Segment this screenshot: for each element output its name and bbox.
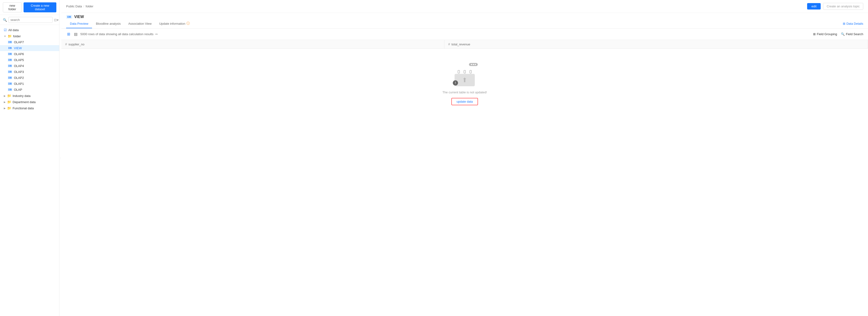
tree-folder-industry[interactable]: ▶ 📁 Industry data — [0, 93, 59, 99]
grid-view-button[interactable]: ⊞ — [66, 31, 71, 37]
tab-association-label: Association View — [128, 22, 152, 26]
tree-db-VIEW[interactable]: DB VIEW — [0, 45, 59, 51]
db-badge-icon: DB — [8, 46, 12, 50]
empty-state: ⬆ ! The current table is not updated! up… — [61, 49, 868, 119]
column-header-supplier-no[interactable]: # supplier_no — [61, 40, 444, 49]
main-content: Public Data / folder edit Create an anal… — [61, 0, 868, 316]
folder-label: Industry data — [12, 94, 30, 98]
field-grouping-button[interactable]: ⊞ Field Grouping — [813, 32, 837, 36]
edit-button[interactable]: edit — [807, 3, 821, 9]
tree-db-OLAP6[interactable]: DB OLAP6 — [0, 51, 59, 57]
db-label: OLAP1 — [14, 82, 24, 85]
db-badge-icon: DB — [8, 70, 12, 73]
tree-area: ☑ All data ▼ 📁 folder DB OLAP7 DB VIEW D… — [0, 25, 59, 316]
tab-update-information[interactable]: Update information ⓘ — [155, 19, 193, 29]
tree-db-OLAP3[interactable]: DB OLAP3 — [0, 69, 59, 75]
db-label: OLAP7 — [14, 40, 24, 44]
tree-folder-folder[interactable]: ▼ 📁 folder — [0, 33, 59, 39]
rows-info: 5000 rows of data showing all data calcu… — [81, 32, 153, 36]
speech-dot — [475, 64, 476, 65]
sidebar: new folder Create a new dataset 🔍 ⊡▾ ☑ A… — [0, 0, 59, 316]
breadcrumb-folder[interactable]: folder — [86, 4, 93, 8]
header-actions: edit Create an analysis topic — [807, 3, 863, 10]
tab-data-preview[interactable]: Data Preview — [66, 20, 92, 28]
empty-illustration: ⬆ ! — [451, 63, 479, 87]
db-badge-icon: DB — [8, 76, 12, 79]
speech-bubble — [469, 63, 478, 66]
hash-icon: # — [65, 42, 67, 46]
edit-pencil-icon[interactable]: ✏ — [155, 32, 158, 36]
tree-db-OLAP4[interactable]: DB OLAP4 — [0, 63, 59, 69]
column-header-total-revenue[interactable]: # total_revenue — [444, 40, 868, 49]
db-badge-icon: DB — [8, 41, 12, 44]
tab-bloodline-analysis[interactable]: Bloodline analysis — [92, 20, 124, 28]
toolbar-left: ⊞ ▤ 5000 rows of data showing all data c… — [66, 31, 810, 37]
db-badge-icon: DB — [8, 88, 12, 91]
data-details-button[interactable]: ⊞ Data Details — [843, 22, 863, 26]
tab-association-view[interactable]: Association View — [124, 20, 155, 28]
tree-folder-functional[interactable]: ▶ 📁 Functional data — [0, 105, 59, 111]
folder-label: Department data — [12, 100, 36, 104]
caret-right-icon: ▶ — [4, 95, 6, 97]
table-area: # supplier_no # total_revenue — [61, 40, 868, 316]
list-view-button[interactable]: ▤ — [73, 31, 79, 37]
empty-state-message: The current table is not updated! — [442, 91, 487, 94]
field-search-label: Field Search — [846, 32, 863, 36]
update-data-button[interactable]: update data — [452, 98, 478, 105]
db-label: VIEW — [14, 46, 22, 50]
tree-db-OLAP1[interactable]: DB OLAP1 — [0, 81, 59, 87]
folder-label: Functional data — [12, 106, 34, 110]
speech-dot — [471, 64, 472, 65]
caret-right-icon: ▶ — [4, 107, 6, 109]
tab-update-label: Update information — [159, 22, 185, 26]
db-label: OLAP5 — [14, 58, 24, 62]
new-dataset-button[interactable]: Create a new dataset — [24, 2, 56, 12]
tabs-bar: Data Preview Bloodline analysis Associat… — [61, 19, 868, 29]
search-icon: 🔍 — [3, 18, 7, 22]
db-label: OLAP4 — [14, 64, 24, 68]
field-grouping-icon: ⊞ — [813, 32, 816, 36]
db-badge-icon: DB — [8, 52, 12, 56]
folder-icon: 📁 — [7, 94, 11, 98]
resize-handle[interactable]: ⋮ — [59, 0, 61, 316]
search-bar: 🔍 ⊡▾ — [0, 15, 59, 25]
db-label: OLAP — [14, 88, 22, 92]
data-details-label: Data Details — [846, 22, 863, 26]
create-analysis-topic-button[interactable]: Create an analysis topic — [823, 3, 863, 10]
tree-db-OLAP5[interactable]: DB OLAP5 — [0, 57, 59, 63]
tab-data-preview-label: Data Preview — [70, 22, 88, 26]
breadcrumb-separator: / — [83, 4, 84, 8]
field-grouping-label: Field Grouping — [817, 32, 837, 36]
toolbar: ⊞ ▤ 5000 rows of data showing all data c… — [61, 29, 868, 40]
tree-db-OLAP7[interactable]: DB OLAP7 — [0, 39, 59, 45]
hash-icon: # — [448, 42, 450, 46]
new-folder-button[interactable]: new folder — [3, 2, 22, 12]
tree-folder-department[interactable]: ▶ 📁 Department data — [0, 99, 59, 105]
db-label: OLAP3 — [14, 70, 24, 74]
folder-icon: 📁 — [8, 34, 12, 38]
field-search-icon: 🔍 — [841, 32, 845, 36]
speech-dot — [473, 64, 474, 65]
info-circle-icon: ⓘ — [186, 22, 190, 26]
tree-db-OLAP2[interactable]: DB OLAP2 — [0, 75, 59, 81]
view-db-badge: DB — [66, 15, 72, 19]
filter-icon[interactable]: ⊡▾ — [54, 18, 59, 22]
all-data-check-icon: ☑ — [4, 28, 7, 32]
tree-db-OLAP[interactable]: DB OLAP — [0, 87, 59, 93]
data-table: # supplier_no # total_revenue — [61, 40, 868, 49]
breadcrumb-public-data[interactable]: Public Data — [66, 4, 82, 8]
col-name-supplier-no: supplier_no — [68, 42, 85, 46]
search-input[interactable] — [8, 17, 53, 23]
caret-down-icon: ▼ — [4, 35, 6, 38]
field-search-button[interactable]: 🔍 Field Search — [841, 32, 863, 36]
sidebar-top-actions: new folder Create a new dataset — [0, 0, 59, 15]
breadcrumb: Public Data / folder — [66, 4, 93, 8]
caret-right-icon: ▶ — [4, 101, 6, 103]
db-label: OLAP6 — [14, 52, 24, 56]
all-data-item[interactable]: ☑ All data — [0, 27, 59, 33]
tab-bloodline-label: Bloodline analysis — [96, 22, 121, 26]
all-data-label: All data — [8, 28, 19, 32]
db-label: OLAP2 — [14, 76, 24, 80]
db-badge-icon: DB — [8, 59, 12, 62]
toolbar-right: ⊞ Field Grouping 🔍 Field Search — [813, 32, 863, 36]
